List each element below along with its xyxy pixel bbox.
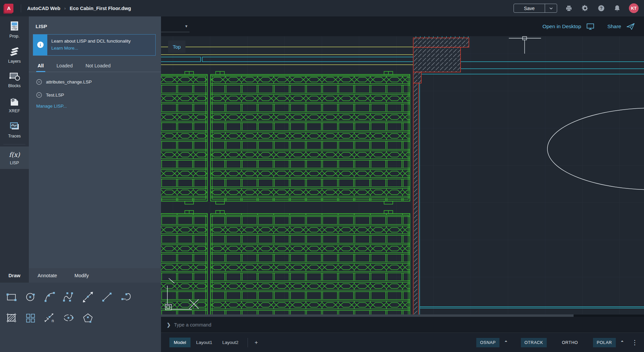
more-options-button[interactable]: ⋮: [632, 339, 638, 346]
svg-text:n: n: [52, 318, 54, 323]
sidebar-item-label: Blocks: [8, 83, 21, 88]
osnap-toggle[interactable]: OSNAP: [476, 338, 499, 347]
polar-options-button[interactable]: ⌃: [619, 340, 626, 345]
insert-block-tool-icon: [25, 312, 36, 323]
printer-icon: [566, 5, 572, 12]
send-plane-icon: [626, 22, 635, 31]
tab-model[interactable]: Model: [169, 338, 191, 347]
lisp-file-row[interactable]: Test.LSP: [29, 89, 161, 102]
tab-layout2[interactable]: Layout2: [218, 338, 243, 347]
help-button[interactable]: ?: [597, 4, 605, 13]
sidebar-item-label: Prop.: [9, 34, 19, 39]
rectangle-tool-button[interactable]: [5, 291, 18, 303]
polar-toggle[interactable]: POLAR: [593, 338, 615, 347]
sidebar-item-blocks[interactable]: Blocks: [0, 67, 29, 92]
sidebar-item-traces[interactable]: Traces: [0, 117, 29, 142]
drafting-toggles: OSNAP ⌃ OTRACK ORTHO POLAR ⌃ ⋮: [476, 338, 638, 347]
status-bar: Model Layout1 Layout2 + OSNAP ⌃ OTRACK O…: [161, 333, 644, 352]
spline-tool-button[interactable]: [62, 291, 75, 303]
sidebar-item-label: LISP: [10, 161, 19, 165]
arc-tool-icon: [44, 291, 56, 303]
lisp-file-name: Test.LSP: [46, 93, 64, 98]
info-icon: i: [37, 42, 44, 48]
hatch-tool-icon: [5, 312, 17, 324]
tab-modify[interactable]: Modify: [66, 268, 98, 283]
command-prompt-icon: ❯: [167, 322, 171, 328]
count-tool-icon: n: [43, 312, 56, 324]
h-scrollbar-thumb[interactable]: [574, 314, 644, 317]
breadcrumb-separator-icon: ›: [64, 6, 66, 11]
ellipse-tool-button[interactable]: [62, 311, 75, 324]
notifications-button[interactable]: [613, 4, 622, 13]
lisp-fx-icon: f(x): [9, 151, 20, 158]
polygon-tool-button[interactable]: [82, 311, 94, 324]
save-button[interactable]: Save: [514, 4, 545, 12]
add-layout-button[interactable]: +: [253, 339, 260, 346]
draw-tools-row-2: n: [0, 311, 161, 324]
arc-tool-button[interactable]: [43, 291, 56, 303]
breadcrumb-filename: Eco Cabin_First Floor.dwg: [70, 6, 131, 11]
tab-loaded[interactable]: Loaded: [57, 63, 73, 72]
osnap-options-button[interactable]: ⌃: [503, 340, 509, 345]
line-tool-button[interactable]: [101, 291, 113, 303]
learn-more-link[interactable]: Learn More...: [51, 45, 130, 52]
fillet-arc-tool-icon: [120, 292, 132, 302]
green-panel-bottom-left: [161, 214, 207, 317]
save-dropdown-button[interactable]: [545, 4, 557, 12]
layers-icon: [9, 47, 20, 57]
manage-lisp-link[interactable]: Manage LISP...: [29, 102, 161, 109]
save-split-button: Save: [514, 4, 557, 13]
green-panel-top-left: [161, 74, 207, 201]
settings-button[interactable]: [581, 4, 589, 13]
drawing-svg: [161, 36, 644, 317]
lisp-tab-bar: All Loaded Not Loaded: [29, 60, 161, 72]
unload-minus-icon[interactable]: [36, 92, 42, 98]
command-bar[interactable]: ❯ Type a command: [161, 317, 644, 333]
tab-not-loaded[interactable]: Not Loaded: [86, 63, 111, 72]
share-button[interactable]: Share: [607, 23, 621, 30]
measure-tool-icon: [82, 291, 94, 303]
command-input[interactable]: Type a command: [174, 322, 211, 328]
info-strip: i: [33, 35, 47, 55]
lisp-file-name: attributes_change.LSP: [46, 79, 92, 84]
xref-icon: [9, 96, 20, 106]
lisp-panel: LISP i Learn about LISP and DCL function…: [29, 16, 161, 268]
ortho-toggle[interactable]: ORTHO: [558, 338, 582, 347]
blocks-icon: [9, 72, 20, 81]
rectangle-tool-icon: [6, 292, 17, 302]
gear-icon: [582, 5, 589, 12]
fillet-arc-tool-button[interactable]: [120, 291, 132, 303]
hatch-tool-button[interactable]: [5, 311, 18, 324]
tab-annotate[interactable]: Annotate: [29, 268, 66, 283]
divider: [248, 338, 248, 347]
count-tool-button[interactable]: n: [43, 311, 56, 324]
bell-icon: [614, 5, 621, 12]
sidebar-item-lisp[interactable]: f(x) LISP: [0, 146, 29, 169]
avatar[interactable]: KT: [629, 3, 639, 13]
circle-tool-button[interactable]: [24, 291, 37, 303]
chevron-down-icon: ▼: [184, 24, 188, 28]
autocad-logo-icon[interactable]: A: [4, 4, 13, 13]
tab-draw[interactable]: Draw: [0, 268, 29, 283]
polygon-tool-icon: [82, 312, 94, 323]
print-button[interactable]: [565, 4, 573, 13]
draw-tools-row-1: [0, 291, 161, 303]
open-in-desktop-button[interactable]: Open in Desktop: [542, 23, 581, 30]
breadcrumb-app[interactable]: AutoCAD Web: [27, 6, 60, 11]
sidebar-item-xref[interactable]: XREF: [0, 92, 29, 117]
unload-minus-icon[interactable]: [36, 79, 42, 85]
view-cube-top-label[interactable]: Top: [168, 41, 185, 53]
lisp-file-row[interactable]: attributes_change.LSP: [29, 75, 161, 89]
measure-tool-button[interactable]: [82, 291, 94, 303]
sidebar-item-properties[interactable]: Prop.: [0, 16, 29, 42]
sidebar-item-layers[interactable]: Layers: [0, 42, 29, 67]
otrack-toggle[interactable]: OTRACK: [521, 338, 547, 347]
drawing-canvas[interactable]: Top: [161, 36, 644, 317]
sidebar-item-label: Layers: [8, 59, 21, 64]
insert-block-tool-button[interactable]: [24, 311, 37, 324]
tab-layout1[interactable]: Layout1: [192, 338, 217, 347]
tab-all[interactable]: All: [38, 63, 44, 72]
traces-icon: [9, 121, 20, 131]
draw-tools-panel: Draw Annotate Modify: [0, 268, 161, 352]
divider: [3, 144, 25, 144]
